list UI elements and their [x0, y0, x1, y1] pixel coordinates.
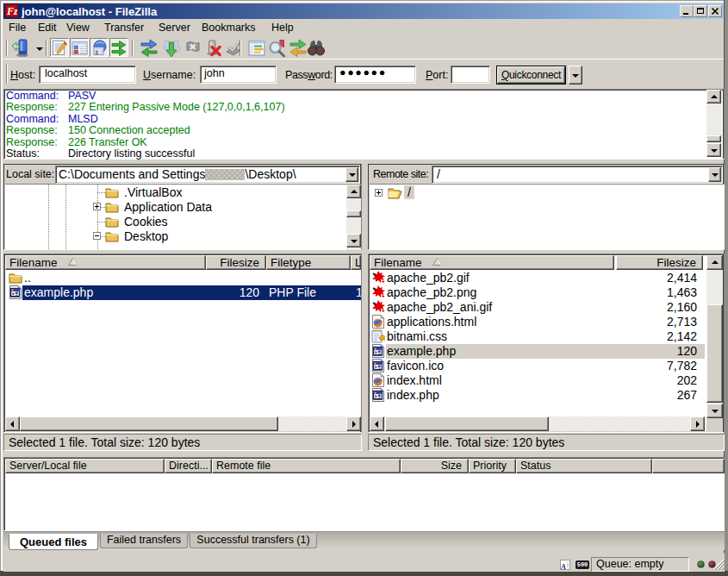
svg-text:Fz: Fz — [6, 5, 17, 16]
svg-text:A: A — [561, 562, 566, 571]
